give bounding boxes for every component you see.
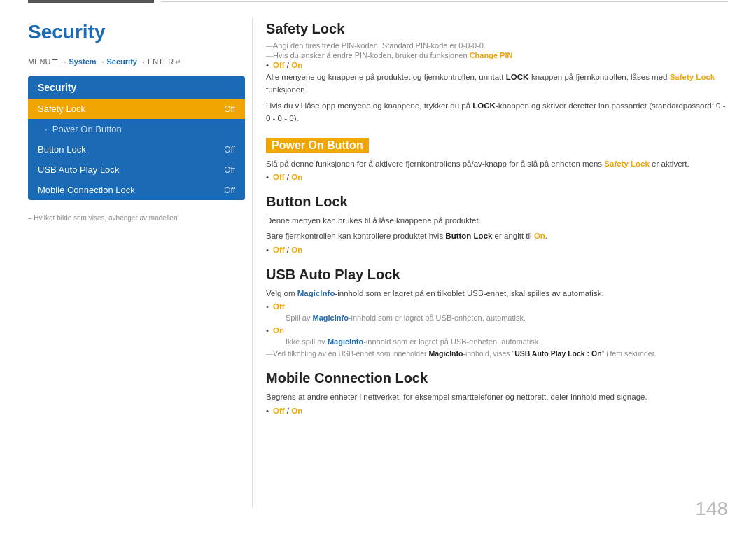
system-link: System	[69, 57, 96, 66]
on-label: On	[291, 61, 302, 69]
mobile-connection-lock-title: Mobile Connection Lock	[266, 370, 728, 386]
safety-lock-bullet1: Off / On	[266, 61, 728, 69]
safety-lock-label: Safety Lock	[38, 104, 85, 114]
button-lock-bullet: Off / On	[266, 246, 728, 254]
usb-on-bullet: On	[266, 326, 728, 335]
on-label-mobile: On	[291, 407, 302, 415]
usb-auto-play-lock-title: USB Auto Play Lock	[266, 267, 728, 283]
security-panel-header: Security	[28, 76, 245, 99]
menu-item-safety-lock[interactable]: Safety Lock Off	[28, 99, 245, 119]
magicinfo-bold: MagicInfo	[428, 349, 463, 358]
top-decorative-lines	[0, 0, 756, 3]
section-usb-auto-play-lock: USB Auto Play Lock Velg om MagicInfo-inn…	[266, 267, 728, 358]
usb-note: Ved tilkobling av en USB-enhet som inneh…	[266, 349, 728, 358]
on-label2: On	[291, 173, 302, 181]
off-label3: Off	[273, 246, 285, 254]
safety-lock-value: Off	[224, 104, 235, 114]
left-column: Security MENU ☰ → System → Security → EN…	[28, 21, 245, 222]
vertical-divider	[252, 17, 253, 507]
section-safety-lock: Safety Lock Angi den firesifrede PIN-kod…	[266, 21, 728, 125]
mobile-connection-lock-text: Begrens at andre enheter i nettverket, f…	[266, 391, 728, 403]
top-line-light	[161, 1, 728, 2]
mobile-lock-bullet: Off / On	[266, 407, 728, 415]
magicinfo-ref1: MagicInfo	[298, 289, 335, 297]
on-label3: On	[534, 232, 545, 240]
enter-label: ENTER	[148, 57, 174, 66]
right-column: Safety Lock Angi den firesifrede PIN-kod…	[266, 21, 728, 506]
arrow-3: →	[139, 57, 146, 66]
security-panel: Security Safety Lock Off · Power On Butt…	[28, 76, 245, 200]
button-lock-label: Button Lock	[38, 144, 86, 155]
lock-bold: LOCK	[506, 73, 529, 81]
button-lock-bold: Button Lock	[445, 232, 492, 240]
arrow-2: →	[98, 57, 106, 66]
usb-auto-play-lock-value: Off	[224, 165, 235, 175]
magicinfo-ref2: MagicInfo	[313, 314, 349, 322]
usb-auto-play-lock-text: Velg om MagicInfo-innhold som er lagret …	[266, 287, 728, 300]
safety-lock-text1: Alle menyene og knappene på produktet og…	[266, 71, 728, 97]
security-link: Security	[107, 57, 137, 66]
button-lock-text1: Denne menyen kan brukes til å låse knapp…	[266, 214, 728, 227]
button-lock-text2: Bare fjernkontrollen kan kontrollere pro…	[266, 230, 728, 242]
power-on-button-text: Slå på denne funksjonen for å aktivere f…	[266, 157, 728, 170]
menu-label: MENU	[28, 57, 50, 66]
button-lock-value: Off	[224, 145, 235, 155]
safety-lock-text2: Hvis du vil låse opp menyene og knappene…	[266, 99, 728, 125]
on-label-usb: On	[273, 326, 284, 335]
mobile-connection-lock-value: Off	[224, 185, 235, 195]
power-on-button-label: · Power On Button	[45, 124, 122, 134]
usb-off-bullet: Off	[266, 302, 728, 311]
enter-icon: ↵	[175, 58, 181, 66]
section-button-lock: Button Lock Denne menyen kan brukes til …	[266, 194, 728, 254]
power-on-button-title: Power On Button	[266, 138, 369, 153]
usb-auto-play-lock-label: USB Auto Play Lock	[38, 164, 119, 175]
footnote: Hvilket bilde som vises, avhenger av mod…	[28, 214, 245, 222]
magicinfo-ref3: MagicInfo	[328, 337, 363, 346]
menu-item-usb-auto-play-lock[interactable]: USB Auto Play Lock Off	[28, 160, 245, 180]
off-label-usb: Off	[273, 302, 285, 311]
off-label-mobile: Off	[273, 407, 285, 415]
top-line-dark	[28, 0, 154, 3]
lock-bold2: LOCK	[472, 101, 496, 110]
arrow-1: →	[59, 57, 67, 66]
menu-item-mobile-connection-lock[interactable]: Mobile Connection Lock Off	[28, 180, 245, 200]
menu-item-power-on-button[interactable]: · Power On Button	[28, 119, 245, 139]
safety-lock-note2: Hvis du ønsker å endre PIN-koden, bruker…	[266, 51, 728, 59]
safety-lock-bold: Safety Lock	[670, 73, 715, 81]
page-number: 148	[695, 498, 728, 520]
page-title: Security	[28, 21, 245, 43]
power-on-button-bullet: Off / On	[266, 173, 728, 181]
change-pin-link: Change PIN	[470, 51, 513, 59]
safety-lock-ref: Safety Lock	[604, 160, 650, 168]
usb-lock-on-bold: USB Auto Play Lock : On	[514, 349, 601, 358]
menu-item-button-lock[interactable]: Button Lock Off	[28, 139, 245, 160]
menu-icon: ☰	[52, 58, 58, 66]
off-label2: Off	[273, 173, 285, 181]
button-lock-title: Button Lock	[266, 194, 728, 210]
menu-path: MENU ☰ → System → Security → ENTER ↵	[28, 57, 245, 66]
on-label4: On	[291, 246, 302, 254]
mobile-connection-lock-label: Mobile Connection Lock	[38, 185, 135, 195]
section-power-on-button: Power On Button Slå på denne funksjonen …	[266, 138, 728, 181]
section-mobile-connection-lock: Mobile Connection Lock Begrens at andre …	[266, 370, 728, 414]
off-label: Off	[273, 61, 285, 69]
safety-lock-title: Safety Lock	[266, 21, 728, 37]
usb-off-desc: Spill av MagicInfo-innhold som er lagret…	[266, 312, 728, 324]
safety-lock-note1: Angi den firesifrede PIN-koden. Standard…	[266, 41, 728, 50]
usb-on-desc: Ikke spill av MagicInfo-innhold som er l…	[266, 336, 728, 348]
